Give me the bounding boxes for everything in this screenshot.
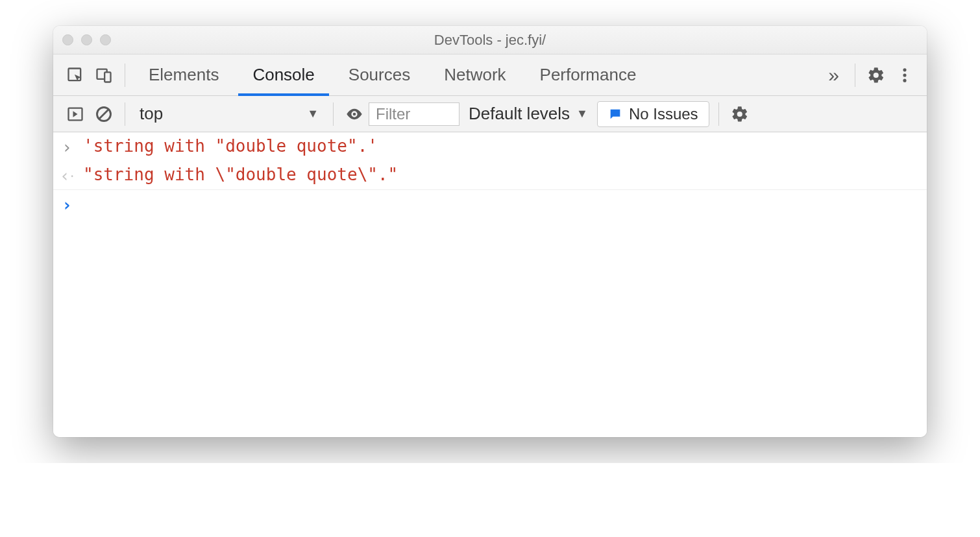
input-marker-icon bbox=[60, 136, 74, 157]
issues-button[interactable]: No Issues bbox=[597, 101, 709, 127]
more-tabs-icon[interactable]: » bbox=[819, 64, 848, 86]
chevron-down-icon: ▼ bbox=[576, 107, 588, 121]
filter-input[interactable] bbox=[369, 102, 459, 126]
main-tabs: Elements Console Sources Network Perform… bbox=[53, 54, 927, 96]
prompt-marker-icon bbox=[60, 194, 74, 215]
divider bbox=[125, 102, 125, 126]
devtools-window: DevTools - jec.fyi/ Elements Console Sou… bbox=[53, 26, 927, 437]
tab-list: Elements Console Sources Network Perform… bbox=[132, 54, 653, 95]
svg-point-3 bbox=[903, 68, 906, 71]
maximize-window-button[interactable] bbox=[100, 34, 111, 45]
issues-label: No Issues bbox=[629, 105, 698, 123]
tab-performance[interactable]: Performance bbox=[523, 54, 654, 95]
console-output: 'string with "double quote".' "string wi… bbox=[53, 132, 927, 437]
inspect-element-icon[interactable] bbox=[61, 61, 90, 90]
svg-point-5 bbox=[903, 78, 906, 82]
close-window-button[interactable] bbox=[62, 34, 73, 45]
divider bbox=[333, 102, 334, 126]
chevron-down-icon: ▼ bbox=[307, 107, 319, 121]
console-toolbar: top ▼ Default levels ▼ No Issues bbox=[53, 96, 927, 132]
device-toolbar-icon[interactable] bbox=[90, 61, 118, 90]
sidebar-toggle-icon[interactable] bbox=[61, 100, 90, 128]
console-text: "string with \"double quote\"." bbox=[83, 165, 398, 184]
context-label: top bbox=[140, 104, 163, 124]
tab-network[interactable]: Network bbox=[427, 54, 522, 95]
svg-rect-0 bbox=[69, 68, 81, 80]
window-title: DevTools - jec.fyi/ bbox=[53, 32, 927, 49]
chat-icon bbox=[608, 107, 622, 121]
console-settings-icon[interactable] bbox=[726, 100, 754, 128]
log-levels-selector[interactable]: Default levels ▼ bbox=[459, 104, 597, 124]
svg-point-9 bbox=[353, 112, 356, 115]
output-marker-icon bbox=[60, 165, 74, 185]
window-controls bbox=[62, 34, 111, 45]
console-prompt-row[interactable] bbox=[53, 190, 927, 219]
context-selector[interactable]: top ▼ bbox=[132, 104, 326, 124]
divider bbox=[125, 64, 125, 87]
console-row-output: "string with \"double quote\"." bbox=[53, 161, 927, 190]
console-text: 'string with "double quote".' bbox=[83, 136, 378, 156]
svg-rect-2 bbox=[104, 72, 110, 82]
settings-icon[interactable] bbox=[862, 61, 890, 90]
svg-line-8 bbox=[99, 110, 108, 119]
tab-sources[interactable]: Sources bbox=[332, 54, 427, 95]
titlebar: DevTools - jec.fyi/ bbox=[53, 26, 927, 54]
divider bbox=[855, 64, 855, 87]
tab-console[interactable]: Console bbox=[236, 54, 331, 95]
clear-console-icon[interactable] bbox=[90, 100, 118, 128]
minimize-window-button[interactable] bbox=[81, 34, 92, 45]
svg-point-4 bbox=[903, 73, 906, 77]
tab-elements[interactable]: Elements bbox=[132, 54, 236, 95]
divider bbox=[718, 102, 719, 126]
kebab-menu-icon[interactable] bbox=[890, 61, 919, 90]
live-expression-icon[interactable] bbox=[340, 100, 369, 128]
console-row-input: 'string with "double quote".' bbox=[53, 132, 927, 161]
levels-label: Default levels bbox=[469, 104, 570, 124]
